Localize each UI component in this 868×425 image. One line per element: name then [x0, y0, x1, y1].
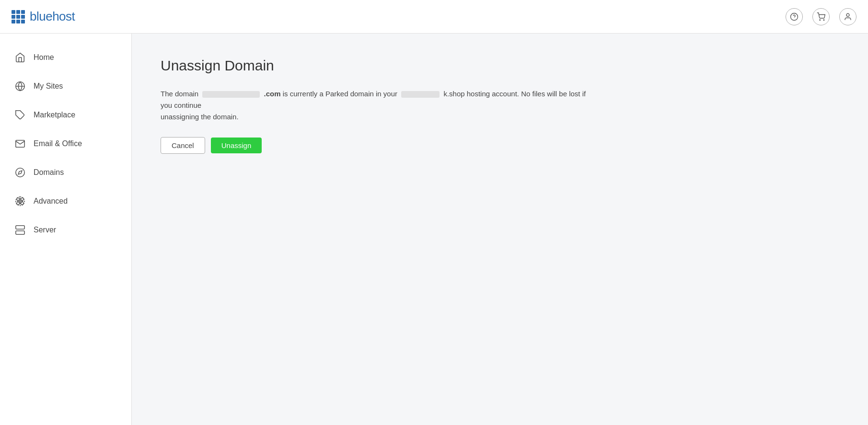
sidebar-item-home[interactable]: Home — [0, 43, 131, 72]
cart-icon[interactable] — [812, 8, 830, 25]
sidebar-item-server[interactable]: Server — [0, 216, 131, 244]
svg-point-4 — [846, 13, 849, 16]
svg-rect-13 — [16, 231, 24, 234]
desc-suffix: unassigning the domain. — [161, 113, 239, 121]
cancel-button[interactable]: Cancel — [161, 137, 205, 154]
domain-redacted — [202, 91, 260, 98]
svg-point-2 — [820, 20, 821, 21]
svg-marker-8 — [18, 171, 22, 174]
header-icons — [786, 8, 856, 25]
sidebar-item-my-sites-label: My Sites — [34, 82, 63, 91]
logo-grid-icon — [12, 10, 25, 23]
atom-icon — [14, 195, 26, 207]
svg-rect-12 — [16, 226, 24, 229]
sidebar: Home My Sites Marketplace — [0, 34, 132, 425]
sidebar-item-home-label: Home — [34, 53, 54, 62]
sidebar-item-advanced-label: Advanced — [34, 197, 68, 206]
action-buttons: Cancel Unassign — [161, 137, 839, 154]
svg-point-7 — [16, 168, 24, 177]
desc-dot-com: .com — [264, 90, 281, 98]
svg-point-9 — [19, 200, 21, 202]
sidebar-item-marketplace-label: Marketplace — [34, 111, 75, 119]
desc-middle: is currently a Parked domain in your — [283, 90, 399, 98]
svg-point-0 — [791, 13, 798, 20]
sidebar-item-email-office[interactable]: Email & Office — [0, 129, 131, 158]
tag-icon — [14, 109, 26, 121]
unassign-button[interactable]: Unassign — [211, 138, 262, 153]
main-content: Unassign Domain The domain .com is curre… — [132, 34, 868, 425]
wordpress-icon — [14, 80, 26, 92]
description-text: The domain .com is currently a Parked do… — [161, 88, 592, 123]
page-title: Unassign Domain — [161, 57, 839, 74]
sidebar-item-server-label: Server — [34, 226, 56, 234]
user-icon[interactable] — [839, 8, 856, 25]
sidebar-item-domains[interactable]: Domains — [0, 158, 131, 187]
help-icon[interactable] — [786, 8, 803, 25]
sidebar-item-my-sites[interactable]: My Sites — [0, 72, 131, 101]
svg-point-3 — [823, 20, 824, 21]
compass-icon — [14, 167, 26, 178]
sidebar-item-email-office-label: Email & Office — [34, 139, 82, 148]
account-redacted — [401, 91, 440, 98]
sidebar-item-marketplace[interactable]: Marketplace — [0, 101, 131, 129]
desc-prefix: The domain — [161, 90, 198, 98]
sidebar-item-advanced[interactable]: Advanced — [0, 187, 131, 216]
logo: bluehost — [12, 9, 75, 24]
email-icon — [14, 138, 26, 149]
layout: Home My Sites Marketplace — [0, 34, 868, 425]
sidebar-item-domains-label: Domains — [34, 168, 64, 177]
home-icon — [14, 52, 26, 63]
logo-text: bluehost — [30, 9, 75, 24]
header: bluehost — [0, 0, 868, 34]
server-icon — [14, 224, 26, 236]
